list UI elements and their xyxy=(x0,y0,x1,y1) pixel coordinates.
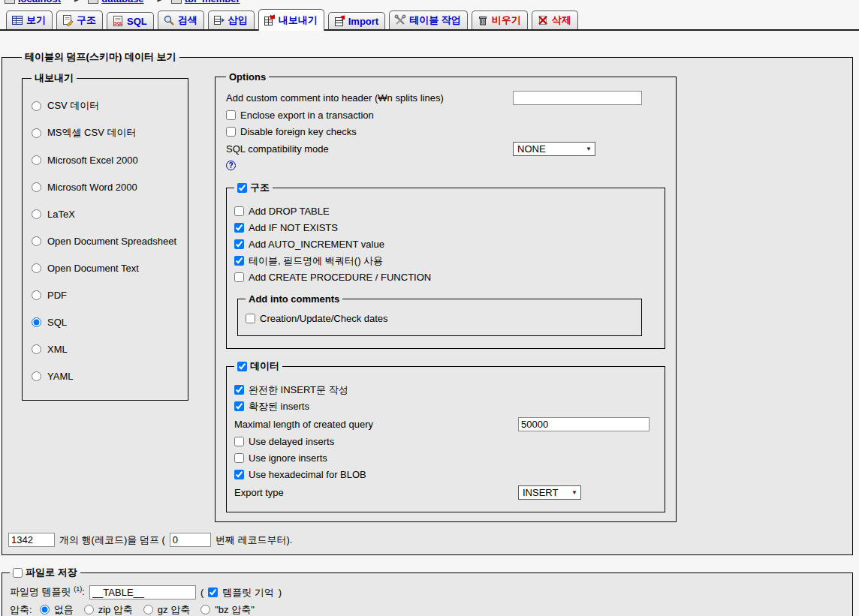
backquotes-checkbox[interactable] xyxy=(234,256,244,266)
radio-pdf[interactable] xyxy=(32,290,41,300)
export-type-label: Export type xyxy=(234,487,518,498)
radio-odt[interactable] xyxy=(32,263,41,273)
radio-ms-csv[interactable] xyxy=(32,128,41,138)
delayed-inserts-checkbox[interactable] xyxy=(234,437,244,446)
table-icon xyxy=(171,0,182,4)
data-toggle[interactable]: 데이터 xyxy=(237,359,279,373)
tab-bar: 보기 구조 SQL SQL 검색 삽입 내보내기 Import 테이블 작업 비… xyxy=(0,6,859,31)
add-procedure-checkbox[interactable] xyxy=(234,272,244,282)
tab-label: 테이블 작업 xyxy=(409,14,461,27)
structure-toggle[interactable]: 구조 xyxy=(237,181,270,194)
remember-open-paren: ( xyxy=(200,587,203,598)
breadcrumb-database[interactable]: database xyxy=(101,0,143,5)
dump-row-label: 개의 행(레코드)을 덤프 ( xyxy=(59,533,165,547)
format-option-word2000[interactable]: Microsoft Word 2000 xyxy=(32,173,182,200)
transaction-option[interactable]: Enclose export in a transaction xyxy=(226,108,665,122)
dump-panel-legend: 테이블의 덤프(스키마) 데이터 보기 xyxy=(22,50,179,64)
tab-sql[interactable]: SQL SQL xyxy=(107,12,154,29)
extended-inserts-option[interactable]: 확장된 inserts xyxy=(234,399,654,413)
tab-import[interactable]: Import xyxy=(328,12,385,29)
help-icon[interactable]: ? xyxy=(226,161,236,170)
tab-drop[interactable]: 삭제 xyxy=(532,11,578,29)
add-if-not-exists-option[interactable]: Add IF NOT EXISTS xyxy=(234,221,654,235)
export-format-legend: 내보내기 xyxy=(32,71,77,85)
row-count-input[interactable] xyxy=(8,533,55,547)
compat-select[interactable]: NONE ▼ xyxy=(513,142,595,156)
format-option-csv[interactable]: CSV 데이터 xyxy=(32,92,182,119)
save-file-checkbox[interactable] xyxy=(13,568,23,578)
tab-search[interactable]: 검색 xyxy=(158,11,204,29)
tab-operations[interactable]: 테이블 작업 xyxy=(389,11,468,29)
breadcrumb-server[interactable]: localhost xyxy=(18,0,61,5)
format-option-ods[interactable]: Open Document Spreadsheet xyxy=(32,227,182,254)
compression-gz-radio[interactable] xyxy=(143,605,153,614)
radio-sql[interactable] xyxy=(32,317,41,327)
format-option-xml[interactable]: XML xyxy=(32,335,182,362)
save-file-toggle[interactable]: 파일로 저장 xyxy=(13,566,77,579)
hex-blob-checkbox[interactable] xyxy=(234,470,244,479)
add-procedure-option[interactable]: Add CREATE PROCEDURE / FUNCTION xyxy=(234,270,654,284)
options-panel: Options Add custom comment into header (… xyxy=(215,71,677,522)
add-if-not-exists-checkbox[interactable] xyxy=(234,223,244,233)
compression-none-radio[interactable] xyxy=(40,605,50,614)
breadcrumb-table[interactable]: tbl_member xyxy=(185,0,240,5)
structure-checkbox[interactable] xyxy=(237,183,247,193)
tab-browse[interactable]: 보기 xyxy=(6,11,53,29)
compat-label: SQL compatibility mode xyxy=(226,143,513,155)
format-option-odt[interactable]: Open Document Text xyxy=(32,254,182,281)
dates-checkbox[interactable] xyxy=(246,314,255,323)
ignore-inserts-checkbox[interactable] xyxy=(234,453,244,463)
comment-input[interactable] xyxy=(513,91,642,105)
complete-inserts-checkbox[interactable] xyxy=(234,385,244,395)
delayed-inserts-option[interactable]: Use delayed inserts xyxy=(234,434,654,449)
radio-csv[interactable] xyxy=(32,101,41,111)
dates-option[interactable]: Creation/Update/Check dates xyxy=(246,311,634,326)
tab-insert[interactable]: 삽입 xyxy=(208,11,255,29)
backquotes-option[interactable]: 테이블, 필드명에 백쿼터() 사용 xyxy=(234,254,654,268)
compression-gz-option[interactable]: gz 압축 xyxy=(143,602,190,616)
radio-word2000[interactable] xyxy=(32,182,41,192)
format-option-latex[interactable]: LaTeX xyxy=(32,200,182,227)
foreign-keys-checkbox[interactable] xyxy=(226,127,236,137)
insert-icon xyxy=(213,14,225,26)
tab-export[interactable]: 내보내기 xyxy=(258,9,324,31)
compression-none-option[interactable]: 없음 xyxy=(40,602,74,616)
empty-icon xyxy=(477,14,489,26)
radio-yaml[interactable] xyxy=(32,371,41,381)
radio-excel2000[interactable] xyxy=(32,155,41,165)
radio-latex[interactable] xyxy=(32,209,41,219)
format-option-excel2000[interactable]: Microsoft Excel 2000 xyxy=(32,146,182,173)
tab-empty[interactable]: 비우기 xyxy=(472,11,528,29)
format-option-yaml[interactable]: YAML xyxy=(32,362,182,389)
add-drop-table-checkbox[interactable] xyxy=(234,206,244,216)
filename-template-input[interactable] xyxy=(89,585,196,599)
foreign-keys-option[interactable]: Disable foreign key checks xyxy=(226,125,665,139)
tab-structure[interactable]: 구조 xyxy=(56,11,103,29)
add-auto-increment-option[interactable]: Add AUTO_INCREMENT value xyxy=(234,237,654,251)
options-legend: Options xyxy=(226,71,269,83)
max-query-input[interactable] xyxy=(518,417,650,431)
format-option-ms-csv[interactable]: MS엑셀 CSV 데이터 xyxy=(32,119,182,146)
compression-zip-option[interactable]: zip 압축 xyxy=(84,602,133,616)
compression-bz-radio[interactable] xyxy=(200,605,210,614)
radio-ods[interactable] xyxy=(32,236,41,246)
start-record-input[interactable] xyxy=(170,533,211,547)
remember-template-checkbox[interactable] xyxy=(208,587,218,597)
hex-blob-option[interactable]: Use hexadecimal for BLOB xyxy=(234,467,654,482)
transaction-checkbox[interactable] xyxy=(226,110,236,120)
format-option-sql[interactable]: SQL xyxy=(32,308,182,335)
add-drop-table-option[interactable]: Add DROP TABLE xyxy=(234,204,654,218)
export-format-panel: 내보내기 CSV 데이터 MS엑셀 CSV 데이터 Microsoft Exce… xyxy=(22,71,188,401)
extended-inserts-checkbox[interactable] xyxy=(234,401,244,411)
add-auto-increment-checkbox[interactable] xyxy=(234,239,244,249)
data-checkbox[interactable] xyxy=(237,362,247,371)
remember-template-option[interactable]: 템플릿 기억 xyxy=(208,585,274,599)
export-type-select[interactable]: INSERT ▼ xyxy=(518,485,581,500)
tab-label: 보기 xyxy=(26,14,46,27)
ignore-inserts-option[interactable]: Use ignore inserts xyxy=(234,451,654,465)
compression-bz-option[interactable]: "bz 압축" xyxy=(200,602,255,616)
complete-inserts-option[interactable]: 완전한 INSERT문 작성 xyxy=(234,383,654,397)
format-option-pdf[interactable]: PDF xyxy=(32,281,182,308)
compression-zip-radio[interactable] xyxy=(84,605,94,614)
radio-xml[interactable] xyxy=(32,344,41,354)
